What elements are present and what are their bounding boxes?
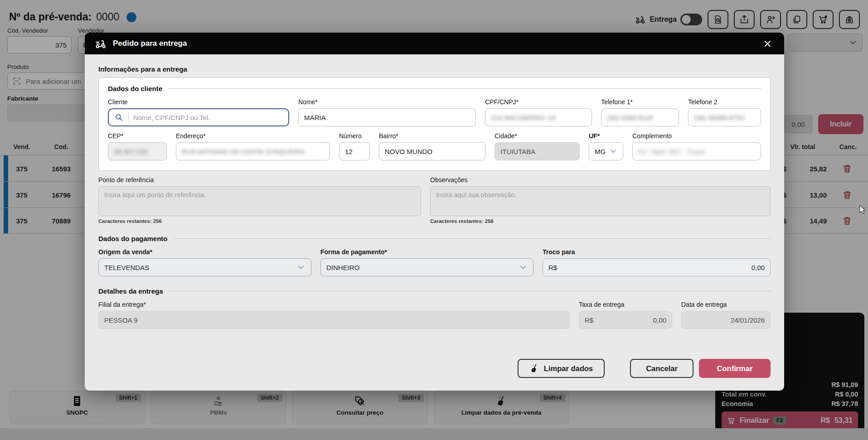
limpar-dados-label: Limpar dados (544, 364, 593, 373)
close-icon (763, 39, 772, 48)
complemento-label: Complemento (632, 132, 761, 140)
client-data-card: Dados do cliente Cliente Nome* (98, 77, 771, 171)
pedido-entrega-modal: Pedido para entrega Informações para a e… (85, 33, 784, 391)
ponto-referencia-field: Ponto de referência Caracteres restantes… (98, 176, 421, 224)
notes-row: Ponto de referência Caracteres restantes… (98, 176, 771, 224)
endereco-value-redacted: RUA ANTONIO DA COSTA JUNQUEIRA (182, 148, 305, 155)
bairro-label: Bairro* (379, 132, 485, 140)
cep-label: CEP* (108, 132, 167, 140)
observacoes-textarea[interactable] (430, 186, 771, 216)
taxa-entrega-input: R$ 0,00 (579, 311, 672, 329)
uf-value: MG (595, 148, 606, 155)
search-icon (114, 113, 124, 122)
telefone1-input[interactable]: (34) 3268-8118 (601, 108, 679, 126)
ponto-referencia-label: Ponto de referência (98, 176, 421, 184)
troco-para-field: Troco para R$ 0,00 (543, 248, 771, 276)
cidade-input: ITUIUTABA (495, 142, 580, 160)
uf-field: UF* MG (589, 132, 623, 160)
input-divider (128, 112, 129, 123)
telefone1-field: Telefone 1* (34) 3268-8118 (601, 98, 679, 126)
payment-row: Origem da venda* TELEVENDAS Forma de pag… (98, 248, 771, 276)
origem-venda-value: TELEVENDAS (104, 264, 149, 271)
nome-input[interactable]: MARIA (298, 108, 476, 126)
ponto-referencia-textarea[interactable] (98, 186, 421, 216)
payment-section-title: Dados do pagamento (98, 235, 168, 242)
ponto-referencia-chars-remaining: Caracteres restantes: 256 (98, 218, 421, 224)
cpf-cnpj-input[interactable]: 218.948.038/0931-18 (485, 108, 592, 126)
delivery-scooter-icon (95, 38, 107, 50)
complemento-field: Complemento Ex: "Apto 302", "Casa" (632, 132, 761, 160)
client-section-title: Dados do cliente (108, 85, 162, 92)
origem-venda-select[interactable]: TELEVENDAS (98, 258, 311, 276)
cidade-value: ITUIUTABA (500, 148, 535, 155)
endereco-label: Endereço* (176, 132, 330, 140)
telefone2-field: Telefone 2 (34) 98489-8703 (688, 98, 761, 126)
delivery-row: Filial da entrega* PESSOA 9 Taxa de entr… (98, 301, 771, 329)
chevron-down-icon (296, 263, 305, 272)
cidade-field: Cidade* ITUIUTABA (495, 132, 580, 160)
modal-header: Pedido para entrega (85, 33, 784, 54)
observacoes-chars-remaining: Caracteres restantes: 256 (430, 218, 771, 224)
origem-venda-field: Origem da venda* TELEVENDAS (98, 248, 311, 276)
complemento-input[interactable]: Ex: "Apto 302", "Casa" (632, 142, 761, 160)
forma-pagamento-select[interactable]: DINHEIRO (320, 258, 533, 276)
modal-body: Informações para a entrega Dados do clie… (85, 54, 784, 391)
info-section-title: Informações para a entrega (98, 65, 771, 73)
filial-entrega-input: PESSOA 9 (98, 311, 570, 329)
limpar-dados-button[interactable]: Limpar dados (518, 359, 605, 378)
client-row-1: Cliente Nome* MARIA CPF/CNPJ* 218.9 (108, 98, 761, 126)
bairro-field: Bairro* NOVO MUNDO (379, 132, 485, 160)
cliente-search-input[interactable] (133, 114, 283, 121)
data-entrega-value: 24/01/2026 (731, 316, 765, 324)
cpf-cnpj-label: CPF/CNPJ* (485, 98, 592, 106)
cep-input[interactable]: 38.307.020 (108, 142, 167, 160)
delivery-section-title: Detalhes da entrega (98, 287, 163, 295)
nome-label: Nome* (298, 98, 476, 106)
complemento-placeholder-redacted: Ex: "Apto 302", "Casa" (638, 148, 707, 155)
payment-section-header: Dados do pagamento (98, 235, 771, 242)
cliente-label: Cliente (108, 98, 289, 106)
troco-para-label: Troco para (543, 248, 771, 256)
numero-field: Número 12 (339, 132, 370, 160)
data-entrega-field: Data de entrega 24/01/2026 (681, 301, 771, 329)
telefone2-label: Telefone 2 (688, 98, 761, 106)
cep-value-redacted: 38.307.020 (114, 148, 148, 155)
taxa-entrega-label: Taxa de entrega (579, 301, 672, 308)
taxa-entrega-value: 0,00 (653, 316, 666, 324)
client-row-2: CEP* 38.307.020 Endereço* RUA ANTONIO DA… (108, 132, 761, 160)
telefone1-value-redacted: (34) 3268-8118 (607, 114, 653, 121)
payment-section: Dados do pagamento Origem da venda* TELE… (98, 235, 771, 276)
endereco-field: Endereço* RUA ANTONIO DA COSTA JUNQUEIRA (176, 132, 330, 160)
modal-footer: Limpar dados Cancelar Confirmar (98, 359, 771, 378)
uf-select[interactable]: MG (589, 142, 623, 160)
confirmar-button[interactable]: Confirmar (699, 359, 771, 378)
client-section-header: Dados do cliente (108, 85, 761, 92)
numero-label: Número (339, 132, 370, 140)
delivery-section: Detalhes da entrega Filial da entrega* P… (98, 287, 771, 329)
mouse-cursor (859, 205, 868, 214)
origem-venda-label: Origem da venda* (98, 248, 311, 256)
telefone2-value-redacted: (34) 98489-8703 (694, 114, 744, 121)
taxa-currency-prefix: R$ (585, 316, 593, 324)
cliente-search-box (108, 108, 289, 126)
troco-para-input[interactable]: R$ 0,00 (543, 258, 771, 276)
filial-entrega-field: Filial da entrega* PESSOA 9 (98, 301, 570, 329)
nome-value: MARIA (304, 114, 326, 121)
telefone2-input[interactable]: (34) 98489-8703 (688, 108, 761, 126)
forma-pagamento-value: DINHEIRO (326, 264, 359, 271)
chevron-down-icon (519, 263, 528, 272)
endereco-input[interactable]: RUA ANTONIO DA COSTA JUNQUEIRA (176, 142, 330, 160)
cancelar-label: Cancelar (646, 364, 678, 373)
uf-label: UF* (589, 132, 623, 140)
cancelar-button[interactable]: Cancelar (630, 359, 693, 378)
data-entrega-label: Data de entrega (681, 301, 771, 308)
forma-pagamento-label: Forma de pagamento* (320, 248, 533, 256)
telefone1-label: Telefone 1* (601, 98, 679, 106)
troco-currency-prefix: R$ (548, 264, 557, 271)
filial-entrega-label: Filial da entrega* (98, 301, 570, 308)
numero-input[interactable]: 12 (339, 142, 370, 160)
chevron-down-icon (609, 147, 617, 155)
bairro-input[interactable]: NOVO MUNDO (379, 142, 485, 160)
close-button[interactable] (761, 37, 774, 50)
section-divider (170, 291, 771, 291)
